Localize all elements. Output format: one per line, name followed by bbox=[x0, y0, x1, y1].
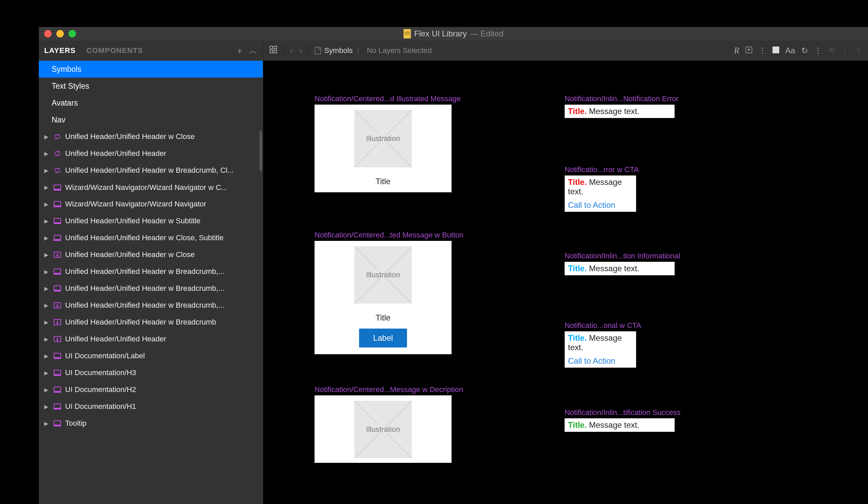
text-style-icon[interactable]: Aa bbox=[785, 46, 795, 55]
layer-type-icon bbox=[53, 319, 62, 326]
svg-rect-25 bbox=[54, 425, 61, 426]
tab-components[interactable]: COMPONENTS bbox=[86, 46, 143, 55]
inline-title: Title. bbox=[568, 177, 587, 187]
artboard[interactable]: Notification/Centered...ted Message w Bu… bbox=[314, 241, 452, 354]
tab-layers[interactable]: LAYERS bbox=[44, 46, 75, 55]
breadcrumb-page[interactable]: Symbols bbox=[324, 46, 353, 55]
artboard[interactable]: Notificatio...onal w CTATitle. Message t… bbox=[565, 331, 636, 368]
disclosure-triangle-icon[interactable]: ▶ bbox=[44, 336, 50, 343]
page-row-avatars[interactable]: Avatars bbox=[39, 94, 263, 111]
disclosure-triangle-icon[interactable]: ▶ bbox=[44, 319, 50, 326]
card-button[interactable]: Label bbox=[359, 328, 407, 347]
inline-message: Message text. bbox=[589, 264, 639, 273]
illustration-placeholder: Illustration bbox=[354, 110, 412, 167]
layer-row[interactable]: ▶UI Documentation/H1 bbox=[39, 398, 263, 415]
fill-icon[interactable] bbox=[773, 46, 779, 55]
artboard-label[interactable]: Notification/Centered...Message w Decrip… bbox=[314, 385, 463, 394]
illustration-placeholder: Illustration bbox=[354, 246, 412, 304]
sync-icon[interactable]: ↻ bbox=[801, 46, 808, 55]
artboard-label[interactable]: Notification/Centered...d Illustrated Me… bbox=[314, 94, 461, 103]
add-page-button[interactable]: ＋ bbox=[235, 45, 244, 57]
disclosure-triangle-icon[interactable]: ▶ bbox=[44, 420, 50, 427]
layer-type-icon bbox=[53, 150, 62, 157]
runner-icon[interactable]: R bbox=[734, 45, 740, 56]
inline-cta[interactable]: Call to Action bbox=[568, 356, 633, 366]
page-row-text-styles[interactable]: Text Styles bbox=[39, 77, 263, 94]
svg-rect-17 bbox=[54, 357, 61, 359]
layer-row[interactable]: ▶Unified Header/Unified Header w Close bbox=[39, 128, 263, 145]
disclosure-triangle-icon[interactable]: ▶ bbox=[44, 134, 50, 140]
artboard[interactable]: Notification/Inlin...tion InformationalT… bbox=[565, 262, 675, 275]
layer-label: Unified Header/Unified Header w Close bbox=[65, 250, 195, 259]
layer-row[interactable]: ▶Unified Header/Unified Header w Breadcr… bbox=[39, 162, 263, 179]
layer-type-icon bbox=[53, 184, 62, 191]
layer-label: UI Documentation/Label bbox=[65, 351, 145, 360]
disclosure-triangle-icon[interactable]: ▶ bbox=[44, 150, 50, 157]
layer-row[interactable]: ▶Tooltip bbox=[39, 415, 263, 432]
more-2-icon[interactable]: ⋮ bbox=[814, 46, 822, 55]
layer-row[interactable]: ▶Unified Header/Unified Header w Breadcr… bbox=[39, 314, 263, 330]
disclosure-triangle-icon[interactable]: ▶ bbox=[44, 167, 50, 174]
disclosure-triangle-icon[interactable]: ▶ bbox=[44, 403, 50, 410]
minimize-window-button[interactable] bbox=[56, 30, 64, 38]
artboard[interactable]: Notification/Inlin...tification SuccessT… bbox=[565, 418, 675, 432]
disclosure-triangle-icon[interactable]: ▶ bbox=[44, 184, 50, 191]
notification-card: IllustrationTitle bbox=[314, 105, 452, 192]
layer-row[interactable]: ▶Wizard/Wizard Navigator/Wizard Navigato… bbox=[39, 196, 263, 212]
artboard-label[interactable]: Notification/Inlin...tion Informational bbox=[565, 252, 680, 260]
disclosure-triangle-icon[interactable]: ▶ bbox=[44, 235, 50, 241]
more-icon[interactable]: ⋮ bbox=[758, 46, 766, 55]
zoom-window-button[interactable] bbox=[69, 30, 76, 38]
layer-row[interactable]: ▶UI Documentation/H2 bbox=[39, 381, 263, 398]
artboard[interactable]: Notification/Centered...Message w Decrip… bbox=[314, 395, 452, 463]
page-row-symbols[interactable]: Symbols bbox=[39, 61, 263, 77]
page-row-nav[interactable]: Nav bbox=[39, 111, 263, 128]
titlebar: Flex UI Library — Edited bbox=[39, 27, 868, 41]
layer-type-icon bbox=[53, 268, 62, 275]
disclosure-triangle-icon[interactable]: ▶ bbox=[44, 269, 50, 275]
disclosure-triangle-icon[interactable]: ▶ bbox=[44, 302, 50, 309]
nav-forward-button[interactable]: › bbox=[299, 45, 302, 56]
disclosure-triangle-icon[interactable]: ▶ bbox=[44, 370, 50, 376]
layer-row[interactable]: ▶Unified Header/Unified Header bbox=[39, 145, 263, 162]
layer-label: Unified Header/Unified Header w Close bbox=[65, 132, 195, 141]
artboard[interactable]: Notification/Centered...d Illustrated Me… bbox=[314, 105, 452, 192]
collapse-pages-button[interactable]: ︿ bbox=[249, 45, 258, 57]
disclosure-triangle-icon[interactable]: ▶ bbox=[44, 252, 50, 258]
illustration-label: Illustration bbox=[364, 271, 402, 279]
layer-row[interactable]: ▶UI Documentation/Label bbox=[39, 347, 263, 364]
layer-row[interactable]: ▶Unified Header/Unified Header w Close bbox=[39, 246, 263, 263]
layer-type-icon bbox=[53, 353, 62, 359]
inline-cta[interactable]: Call to Action bbox=[568, 200, 633, 210]
nav-back-button[interactable]: ‹ bbox=[290, 45, 293, 56]
disclosure-triangle-icon[interactable]: ▶ bbox=[44, 353, 50, 359]
layer-row[interactable]: ▶Unified Header/Unified Header w Subtitl… bbox=[39, 212, 263, 229]
artboard-label[interactable]: Notificatio...onal w CTA bbox=[565, 321, 641, 330]
artboard[interactable]: Notificatio...rror w CTATitle. Message t… bbox=[565, 176, 636, 212]
window-title-text: Flex UI Library bbox=[414, 29, 467, 39]
disclosure-triangle-icon[interactable]: ▶ bbox=[44, 285, 50, 292]
artboard-label[interactable]: Notification/Inlin...Notification Error bbox=[565, 94, 678, 103]
layer-type-icon bbox=[53, 386, 62, 393]
grid-view-icon[interactable] bbox=[269, 45, 277, 56]
artboard-label[interactable]: Notification/Centered...ted Message w Bu… bbox=[314, 231, 463, 240]
layer-row[interactable]: ▶UI Documentation/H3 bbox=[39, 364, 263, 381]
disclosure-triangle-icon[interactable]: ▶ bbox=[44, 218, 50, 224]
breadcrumb-selection: No Layers Selected bbox=[367, 46, 432, 55]
artboard-label[interactable]: Notificatio...rror w CTA bbox=[565, 165, 639, 174]
canvas[interactable]: Notification/Centered...d Illustrated Me… bbox=[263, 61, 868, 504]
layer-row[interactable]: ▶Unified Header/Unified Header bbox=[39, 330, 263, 347]
svg-rect-28 bbox=[270, 50, 273, 53]
disclosure-triangle-icon[interactable]: ▶ bbox=[44, 387, 50, 393]
layer-row[interactable]: ▶Wizard/Wizard Navigator/Wizard Navigato… bbox=[39, 179, 263, 196]
layer-row[interactable]: ▶Unified Header/Unified Header w Breadcr… bbox=[39, 297, 263, 314]
close-window-button[interactable] bbox=[44, 30, 52, 38]
download-icon[interactable] bbox=[745, 46, 752, 55]
inline-notification: Title. Message text.Call to Action bbox=[565, 331, 636, 368]
artboard-label[interactable]: Notification/Inlin...tification Success bbox=[565, 408, 681, 417]
layer-row[interactable]: ▶Unified Header/Unified Header w Breadcr… bbox=[39, 263, 263, 280]
layer-row[interactable]: ▶Unified Header/Unified Header w Close, … bbox=[39, 229, 263, 246]
disclosure-triangle-icon[interactable]: ▶ bbox=[44, 201, 50, 208]
layer-row[interactable]: ▶Unified Header/Unified Header w Breadcr… bbox=[39, 280, 263, 297]
artboard[interactable]: Notification/Inlin...Notification ErrorT… bbox=[565, 105, 675, 118]
